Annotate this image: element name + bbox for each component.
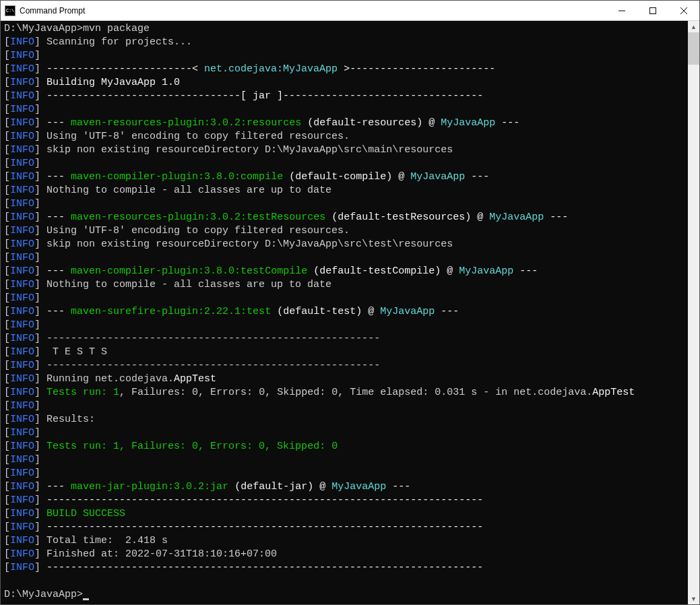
info-tag: INFO [10,36,34,48]
tests-header: T E S T S [40,346,107,358]
info-tag: INFO [10,131,34,142]
info-tag: INFO [10,481,34,492]
window-title: Command Prompt [20,6,85,15]
artifact-id: net.codejava:MyJavaApp [204,63,338,75]
info-tag: INFO [10,535,34,546]
finished-at: Finished at: 2022-07-31T18:10:16+07:00 [40,548,277,560]
plugin: maven-resources-plugin:3.0.2:resources [71,117,301,129]
goal: (default-testResources) [325,212,471,223]
build-line: Building MyJavaApp 1.0 [40,77,180,88]
info-tag: INFO [10,265,34,277]
info-tag: INFO [10,238,34,250]
minimize-button[interactable] [606,1,637,21]
plugin: maven-compiler-plugin:3.8.0:compile [71,171,283,183]
rule: ----------------------------------------… [40,521,483,533]
log-line: Using 'UTF-8' encoding to copy filtered … [40,131,350,142]
app-name: MyJavaApp [489,212,544,223]
info-tag: INFO [10,333,34,344]
total-time: Total time: 2.418 s [40,535,168,546]
prompt-path: D:\MyJavaApp> [4,589,83,600]
log-line: skip non existing resourceDirectory D:\M… [40,238,453,250]
plugin: maven-surefire-plugin:2.22.1:test [71,306,271,317]
info-tag: INFO [10,90,34,102]
info-tag: INFO [10,252,34,263]
info-tag: INFO [10,50,34,61]
app-name: MyJavaApp [331,481,386,492]
log-line: skip non existing resourceDirectory D:\M… [40,144,453,156]
prompt-path: D:\MyJavaApp> [4,23,83,34]
info-tag: INFO [10,387,34,398]
rule: ----------------------------------------… [40,562,483,573]
test-class: AppTest [174,373,216,385]
build-success: BUILD SUCCESS [46,508,125,519]
test-class: AppTest [592,387,635,398]
plugin: maven-resources-plugin:3.0.2:testResourc… [71,212,325,223]
log-line: Scanning for projects... [40,36,192,48]
info-tag: INFO [10,495,34,506]
info-tag: INFO [10,117,34,129]
log-line: Using 'UTF-8' encoding to copy filtered … [40,225,350,236]
info-tag: INFO [10,508,34,519]
results-header: Results: [40,414,95,425]
plugin: maven-jar-plugin:3.0.2:jar [71,481,228,492]
info-tag: INFO [10,77,34,88]
info-tag: INFO [10,468,34,479]
tests-summary: Tests run: 1, Failures: 0, Errors: 0, Sk… [46,441,338,452]
info-tag: INFO [10,454,34,466]
info-tag: INFO [10,306,34,317]
info-tag: INFO [10,279,34,290]
rule: --------------------------------[ jar ]-… [40,90,483,102]
app-name: MyJavaApp [441,117,495,129]
plugin: maven-compiler-plugin:3.8.0:testCompile [71,265,307,277]
info-tag: INFO [10,360,34,371]
info-tag: INFO [10,373,34,385]
vertical-scrollbar[interactable]: ▲ ▼ [688,21,699,604]
info-tag: INFO [10,346,34,358]
rule: ------------------------< [40,63,204,75]
close-button[interactable] [668,1,699,21]
info-tag: INFO [10,198,34,210]
app-name: MyJavaApp [459,265,513,277]
log-line: Nothing to compile - all classes are up … [40,279,331,290]
running-test: Running net.codejava. [40,373,174,385]
maximize-button[interactable] [637,1,668,21]
window-controls [606,1,699,21]
tests-run-count: Tests run: 1 [46,387,119,398]
info-tag: INFO [10,212,34,223]
goal: (default-test) [271,306,362,317]
info-tag: INFO [10,400,34,412]
svg-rect-1 [650,8,656,14]
log-line: Nothing to compile - all classes are up … [40,185,331,196]
goal: (default-resources) [301,117,422,129]
scroll-up-icon[interactable]: ▲ [688,21,699,32]
info-tag: INFO [10,414,34,425]
test-result-line: , Failures: 0, Errors: 0, Skipped: 0, Ti… [119,387,592,398]
rule: ----------------------------------------… [40,333,380,344]
scroll-thumb[interactable] [688,32,699,65]
info-tag: INFO [10,104,34,115]
goal: (default-testCompile) [307,265,441,277]
typed-command: mvn package [83,23,150,34]
info-tag: INFO [10,158,34,169]
app-name: MyJavaApp [380,306,435,317]
window-titlebar: C:\ Command Prompt [1,1,699,21]
goal: (default-compile) [283,171,392,183]
info-tag: INFO [10,441,34,452]
terminal-output[interactable]: D:\MyJavaApp>mvn package [INFO] Scanning… [1,21,688,604]
info-tag: INFO [10,144,34,156]
info-tag: INFO [10,548,34,560]
rule: ----------------------------------------… [40,495,483,506]
cmd-icon: C:\ [5,5,15,16]
info-tag: INFO [10,562,34,573]
scroll-down-icon[interactable]: ▼ [688,593,699,604]
rule: >------------------------ [338,63,495,75]
info-tag: INFO [10,171,34,183]
app-name: MyJavaApp [410,171,465,183]
info-tag: INFO [10,521,34,533]
info-tag: INFO [10,319,34,331]
info-tag: INFO [10,225,34,236]
info-tag: INFO [10,292,34,304]
cursor [83,598,89,600]
rule: ----------------------------------------… [40,360,380,371]
info-tag: INFO [10,427,34,439]
